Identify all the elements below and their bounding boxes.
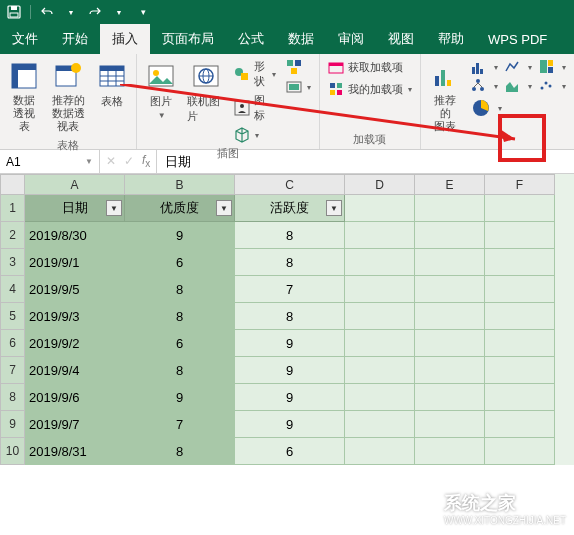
- cell[interactable]: 8: [125, 303, 235, 330]
- cell[interactable]: 7: [235, 276, 345, 303]
- save-icon[interactable]: [6, 4, 22, 20]
- row-header[interactable]: 1: [1, 195, 25, 222]
- col-header-A[interactable]: A: [25, 175, 125, 195]
- col-header-B[interactable]: B: [125, 175, 235, 195]
- cell[interactable]: [345, 276, 415, 303]
- spreadsheet-grid[interactable]: A B C D E F 1 日期▼ 优质度▼ 活跃度▼ 22019/8/3098…: [0, 174, 574, 465]
- cell[interactable]: [415, 411, 485, 438]
- tab-home[interactable]: 开始: [50, 24, 100, 54]
- tab-file[interactable]: 文件: [0, 24, 50, 54]
- cell[interactable]: [345, 357, 415, 384]
- col-header-E[interactable]: E: [415, 175, 485, 195]
- undo-dropdown-icon[interactable]: ▼: [63, 4, 79, 20]
- cell[interactable]: 2019/9/1: [25, 249, 125, 276]
- cell[interactable]: 9: [235, 411, 345, 438]
- tab-review[interactable]: 审阅: [326, 24, 376, 54]
- cell[interactable]: [345, 249, 415, 276]
- enter-formula-icon[interactable]: ✓: [124, 154, 134, 168]
- cell[interactable]: 2019/9/7: [25, 411, 125, 438]
- cell[interactable]: 7: [125, 411, 235, 438]
- 3d-model-button[interactable]: ▾: [232, 126, 278, 144]
- picture-button[interactable]: 图片 ▼: [143, 58, 179, 122]
- filter-button[interactable]: ▼: [216, 200, 232, 216]
- tab-data[interactable]: 数据: [276, 24, 326, 54]
- bar-chart-button[interactable]: ▾: [469, 58, 500, 76]
- table-header-activity[interactable]: 活跃度▼: [235, 195, 345, 222]
- table-header-quality[interactable]: 优质度▼: [125, 195, 235, 222]
- cell[interactable]: [345, 411, 415, 438]
- cell[interactable]: [345, 303, 415, 330]
- table-header-date[interactable]: 日期▼: [25, 195, 125, 222]
- cell[interactable]: 6: [125, 330, 235, 357]
- cell[interactable]: 8: [125, 357, 235, 384]
- row-header[interactable]: 4: [1, 276, 25, 303]
- cell[interactable]: 9: [235, 330, 345, 357]
- cell[interactable]: 9: [235, 384, 345, 411]
- line-chart-button[interactable]: ▾: [503, 58, 534, 76]
- cell[interactable]: [485, 411, 555, 438]
- cell[interactable]: [415, 222, 485, 249]
- qat-customize-icon[interactable]: ▾: [135, 4, 151, 20]
- cell[interactable]: [345, 438, 415, 465]
- filter-button[interactable]: ▼: [106, 200, 122, 216]
- icons-button[interactable]: 图标: [232, 92, 278, 124]
- redo-dropdown-icon[interactable]: ▼: [111, 4, 127, 20]
- cell[interactable]: [415, 357, 485, 384]
- select-all-button[interactable]: [1, 175, 25, 195]
- cell[interactable]: [415, 195, 485, 222]
- cell[interactable]: 2019/8/30: [25, 222, 125, 249]
- cell[interactable]: 9: [125, 222, 235, 249]
- cell[interactable]: [415, 384, 485, 411]
- cell[interactable]: [485, 276, 555, 303]
- row-header[interactable]: 7: [1, 357, 25, 384]
- cell[interactable]: [485, 195, 555, 222]
- cell[interactable]: 8: [235, 249, 345, 276]
- tab-insert[interactable]: 插入: [100, 24, 150, 54]
- row-header[interactable]: 9: [1, 411, 25, 438]
- row-header[interactable]: 5: [1, 303, 25, 330]
- redo-icon[interactable]: [87, 4, 103, 20]
- tab-page-layout[interactable]: 页面布局: [150, 24, 226, 54]
- row-header[interactable]: 6: [1, 330, 25, 357]
- cell[interactable]: 8: [235, 303, 345, 330]
- cell[interactable]: 2019/9/3: [25, 303, 125, 330]
- row-header[interactable]: 3: [1, 249, 25, 276]
- smartart-button[interactable]: [284, 58, 313, 76]
- cell[interactable]: [415, 276, 485, 303]
- recommended-chart-button[interactable]: 推荐的 图表: [427, 58, 463, 136]
- cell[interactable]: [485, 330, 555, 357]
- cell[interactable]: 2019/9/5: [25, 276, 125, 303]
- cell[interactable]: 9: [235, 357, 345, 384]
- get-addins-button[interactable]: 获取加载项: [326, 58, 414, 76]
- cell[interactable]: [485, 438, 555, 465]
- my-addins-button[interactable]: 我的加载项▾: [326, 80, 414, 98]
- col-header-D[interactable]: D: [345, 175, 415, 195]
- cell[interactable]: 6: [235, 438, 345, 465]
- cell[interactable]: [415, 330, 485, 357]
- row-header[interactable]: 2: [1, 222, 25, 249]
- cell[interactable]: [485, 303, 555, 330]
- tab-help[interactable]: 帮助: [426, 24, 476, 54]
- scatter-chart-button[interactable]: ▾: [537, 77, 568, 95]
- cell[interactable]: [345, 384, 415, 411]
- cell[interactable]: 2019/9/2: [25, 330, 125, 357]
- area-chart-button[interactable]: ▾: [503, 77, 534, 95]
- cell[interactable]: [485, 222, 555, 249]
- tab-formula[interactable]: 公式: [226, 24, 276, 54]
- hierarchy-chart-button[interactable]: ▾: [469, 77, 500, 95]
- cell[interactable]: [345, 222, 415, 249]
- screenshot-button[interactable]: ▾: [284, 78, 313, 96]
- cell[interactable]: [485, 249, 555, 276]
- row-header[interactable]: 10: [1, 438, 25, 465]
- cell[interactable]: 8: [125, 276, 235, 303]
- cell[interactable]: [415, 438, 485, 465]
- table-button[interactable]: 表格: [94, 58, 130, 111]
- cell[interactable]: [345, 195, 415, 222]
- cell[interactable]: [485, 357, 555, 384]
- cell[interactable]: 2019/8/31: [25, 438, 125, 465]
- cell[interactable]: 2019/9/4: [25, 357, 125, 384]
- filter-button[interactable]: ▼: [326, 200, 342, 216]
- cell[interactable]: 6: [125, 249, 235, 276]
- cell[interactable]: [345, 330, 415, 357]
- tab-wps-pdf[interactable]: WPS PDF: [476, 24, 559, 54]
